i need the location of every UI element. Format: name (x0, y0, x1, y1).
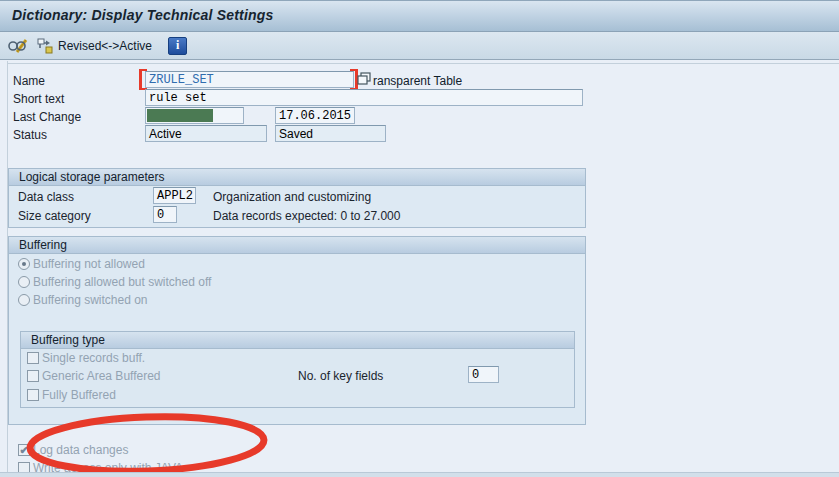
redacted-username-block (147, 109, 213, 122)
application-toolbar: Revised<->Active i (0, 32, 839, 60)
page-title: Dictionary: Display Technical Settings (12, 7, 273, 23)
radio-buffering-switched-off-label: Buffering allowed but switched off (33, 275, 211, 289)
display-change-button[interactable] (8, 37, 29, 54)
last-change-label: Last Change (13, 110, 81, 124)
data-class-label: Data class (18, 190, 74, 204)
radio-buffering-not-allowed-label: Buffering not allowed (33, 257, 145, 271)
logical-storage-title: Logical storage parameters (9, 169, 585, 186)
key-fields-value: 0 (472, 368, 479, 382)
key-fields-field[interactable]: 0 (468, 366, 499, 383)
last-change-date-field[interactable]: 17.06.2015 (275, 107, 355, 124)
content-top-divider (7, 63, 839, 64)
last-change-date-value: 17.06.2015 (279, 109, 351, 123)
name-label: Name (13, 74, 45, 88)
data-class-field[interactable]: APPL2 (153, 187, 196, 204)
checkbox-generic-area-label: Generic Area Buffered (42, 369, 161, 383)
table-type-label: ransparent Table (373, 74, 462, 88)
size-category-label: Size category (18, 209, 91, 223)
bottom-edge-strip (0, 472, 839, 477)
checkbox-log-data-changes-label: Log data changes (33, 443, 128, 457)
status-label: Status (13, 128, 47, 142)
glasses-pencil-icon (8, 37, 29, 54)
short-text-value: rule set (149, 91, 207, 105)
status-saved-value: Saved (279, 127, 313, 141)
name-value: ZRULE_SET (149, 73, 214, 87)
checkbox-fully-buffered-label: Fully Buffered (42, 388, 116, 402)
status-active-field: Active (145, 125, 267, 142)
info-icon[interactable]: i (168, 37, 187, 55)
short-text-label: Short text (13, 92, 64, 106)
revised-active-toggle-icon (37, 38, 54, 54)
data-class-value: APPL2 (157, 189, 193, 203)
size-category-value: 0 (157, 208, 164, 222)
revised-active-toggle-button[interactable]: Revised<->Active (37, 38, 152, 54)
size-category-desc: Data records expected: 0 to 27.000 (213, 209, 400, 223)
checkbox-single-records[interactable] (27, 352, 39, 364)
short-text-field[interactable]: rule set (145, 89, 583, 106)
radio-buffering-switched-on-label: Buffering switched on (33, 293, 148, 307)
status-saved-field: Saved (275, 125, 386, 142)
status-active-value: Active (149, 127, 182, 141)
size-category-field[interactable]: 0 (153, 206, 177, 223)
buffering-title: Buffering (9, 237, 585, 254)
sap-technical-settings-window: Dictionary: Display Technical Settings R… (0, 0, 839, 477)
checkbox-log-data-changes[interactable]: ✔ (18, 444, 30, 456)
buffering-type-title: Buffering type (21, 332, 574, 349)
last-change-user-field[interactable] (145, 107, 244, 124)
key-fields-label: No. of key fields (298, 369, 383, 383)
radio-buffering-switched-off[interactable] (18, 276, 30, 288)
check-mark-icon: ✔ (19, 444, 28, 456)
radio-buffering-not-allowed[interactable] (18, 258, 30, 270)
checkbox-fully-buffered[interactable] (27, 389, 39, 401)
copy-icon[interactable] (357, 72, 371, 86)
checkbox-single-records-label: Single records buff. (42, 351, 145, 365)
checkbox-generic-area[interactable] (27, 370, 39, 382)
radio-buffering-switched-on[interactable] (18, 294, 30, 306)
title-bar: Dictionary: Display Technical Settings (0, 1, 839, 32)
data-class-desc: Organization and customizing (213, 190, 371, 204)
revised-active-label: Revised<->Active (58, 39, 152, 53)
name-field[interactable]: ZRULE_SET (145, 71, 354, 88)
red-bracket-left-annotation (139, 69, 147, 90)
